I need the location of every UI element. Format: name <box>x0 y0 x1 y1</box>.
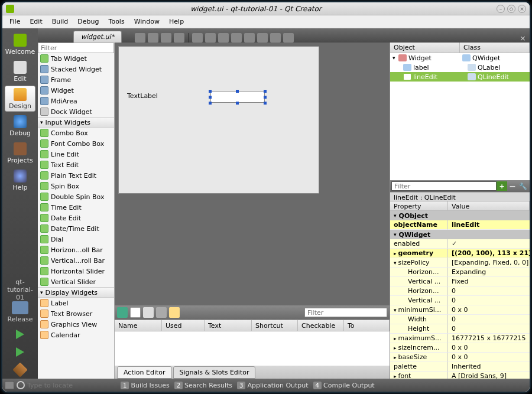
locator-input[interactable] <box>27 380 116 390</box>
widget-item[interactable]: Font Combo Box <box>38 138 114 149</box>
delete-action-icon[interactable] <box>156 307 167 318</box>
prop-row[interactable]: paletteInherited <box>390 362 530 372</box>
toolbar-icon[interactable] <box>161 33 171 43</box>
mode-design[interactable]: Design <box>5 86 35 112</box>
section-qobject[interactable]: ▾QObject <box>390 211 530 220</box>
prop-row[interactable]: Vertical ...Fixed <box>390 277 530 286</box>
widget-item[interactable]: Text Edit <box>38 159 114 170</box>
prop-row[interactable]: ▸fontA [Droid Sans, 9] <box>390 372 530 379</box>
mode-welcome[interactable]: Welcome <box>5 31 35 57</box>
maximize-button[interactable]: ◇ <box>507 5 515 13</box>
widget-item[interactable]: Horizontal Slider <box>38 266 114 276</box>
action-filter-input[interactable] <box>304 308 387 317</box>
remove-property-button[interactable]: − <box>507 181 518 191</box>
prop-row[interactable]: objectNamelineEdit <box>390 220 530 230</box>
col-name[interactable]: Name <box>115 320 162 331</box>
layout-horizontal-icon[interactable] <box>192 33 203 43</box>
new-action-icon[interactable] <box>117 307 128 318</box>
widget-item[interactable]: Dial <box>38 234 114 245</box>
mode-debug[interactable]: Debug <box>5 113 35 139</box>
design-canvas[interactable]: TextLabel <box>115 43 390 305</box>
widget-item[interactable]: Vertical Slider <box>38 276 114 287</box>
panel-compile-output[interactable]: 4Compile Output <box>313 382 375 389</box>
widget-item[interactable]: MdiArea <box>38 96 114 106</box>
debug-run-button[interactable] <box>11 344 29 360</box>
prop-row[interactable]: Width0 <box>390 315 530 324</box>
widget-item[interactable]: Double Spin Box <box>38 191 114 202</box>
menu-window[interactable]: Window <box>129 16 164 27</box>
widget-item[interactable]: Tab Widget <box>38 53 114 64</box>
toolbar-icon[interactable] <box>174 33 184 43</box>
prop-row[interactable]: ▸sizeIncrem...0 x 0 <box>390 343 530 353</box>
widget-item[interactable]: Vertical...roll Bar <box>38 255 114 266</box>
col-object[interactable]: Object <box>390 43 460 53</box>
prop-row[interactable]: Horizon...Expanding <box>390 268 530 277</box>
property-editor[interactable]: ▾QObject objectNamelineEdit ▾QWidget ena… <box>390 211 530 379</box>
action-icon[interactable] <box>130 307 141 318</box>
menu-edit[interactable]: Edit <box>25 16 47 27</box>
col-property[interactable]: Property <box>390 201 448 210</box>
widget-item[interactable]: Plain Text Edit <box>38 170 114 181</box>
layout-split-h-icon[interactable] <box>218 33 229 43</box>
layout-vertical-icon[interactable] <box>205 33 216 43</box>
panel-close-icon[interactable]: × <box>520 34 526 43</box>
menu-file[interactable]: File <box>5 16 25 27</box>
panel-build-issues[interactable]: 1Build Issues <box>121 382 170 389</box>
action-list[interactable] <box>115 331 390 366</box>
widget-category[interactable]: ▾Input Widgets <box>38 117 114 128</box>
section-qwidget[interactable]: ▾QWidget <box>390 230 530 239</box>
settings-icon[interactable]: 🔧 <box>518 181 528 191</box>
widget-item[interactable]: Combo Box <box>38 128 114 138</box>
obj-row[interactable]: label QLabel <box>390 63 530 72</box>
copy-action-icon[interactable] <box>143 307 154 318</box>
prop-row[interactable]: ▸geometry[(200, 100), 113 x 21] <box>390 249 530 258</box>
menu-help[interactable]: Help <box>164 16 189 27</box>
obj-row-selected[interactable]: lineEdit QLineEdit <box>390 72 530 82</box>
prop-row[interactable]: Height0 <box>390 324 530 334</box>
prop-row[interactable]: Horizon...0 <box>390 286 530 296</box>
obj-row[interactable]: ▾Widget QWidget <box>390 53 530 63</box>
widget-filter-input[interactable] <box>38 43 114 53</box>
widget-item[interactable]: Date/Time Edit <box>38 223 114 234</box>
add-property-button[interactable]: + <box>497 181 507 191</box>
prop-row[interactable]: ▸maximumS...16777215 x 16777215 <box>390 334 530 343</box>
col-tooltip[interactable]: To <box>344 320 390 331</box>
tab-signals-slots[interactable]: Signals & Slots Editor <box>173 366 256 379</box>
col-value[interactable]: Value <box>448 201 530 210</box>
tab-action-editor[interactable]: Action Editor <box>117 366 172 379</box>
widget-item[interactable]: Stacked Widget <box>38 64 114 74</box>
property-filter-input[interactable] <box>391 181 497 191</box>
panel-search-results[interactable]: 2Search Results <box>174 382 232 389</box>
widget-item[interactable]: Graphics View <box>38 319 114 330</box>
target-selector[interactable]: qt-tutorial-01 Release <box>5 278 35 323</box>
output-toggle-button[interactable] <box>5 381 14 389</box>
layout-grid-icon[interactable] <box>244 33 255 43</box>
mode-edit[interactable]: Edit <box>5 58 35 84</box>
close-button[interactable]: × <box>518 5 526 13</box>
prop-row[interactable]: ▾sizePolicy[Expanding, Fixed, 0, 0] <box>390 258 530 268</box>
edit-action-icon[interactable] <box>169 307 180 318</box>
label-widget[interactable]: TextLabel <box>127 92 158 100</box>
layout-form-icon[interactable] <box>257 33 268 43</box>
menu-tools[interactable]: Tools <box>104 16 129 27</box>
minimize-button[interactable]: – <box>497 5 505 13</box>
toolbar-icon[interactable] <box>135 33 145 43</box>
mode-help[interactable]: Help <box>5 167 35 193</box>
prop-row[interactable]: ▾minimumSi...0 x 0 <box>390 305 530 315</box>
panel-app-output[interactable]: 3Application Output <box>237 382 309 389</box>
widget-item[interactable]: Dock Widget <box>38 106 114 117</box>
col-shortcut[interactable]: Shortcut <box>252 320 298 331</box>
widget-item[interactable]: Label <box>38 298 114 308</box>
col-text[interactable]: Text <box>205 320 252 331</box>
break-layout-icon[interactable] <box>270 33 281 43</box>
mode-projects[interactable]: Projects <box>5 140 35 166</box>
adjust-size-icon[interactable] <box>283 33 294 43</box>
prop-row[interactable]: ▸baseSize0 x 0 <box>390 353 530 362</box>
widget-item[interactable]: Horizon...oll Bar <box>38 245 114 255</box>
prop-row[interactable]: enabled✓ <box>390 239 530 249</box>
widget-item[interactable]: Text Browser <box>38 308 114 319</box>
file-tab[interactable]: widget.ui* <box>73 31 122 43</box>
prop-row[interactable]: Vertical ...0 <box>390 296 530 305</box>
col-class[interactable]: Class <box>460 43 530 53</box>
col-checkable[interactable]: Checkable <box>298 320 344 331</box>
